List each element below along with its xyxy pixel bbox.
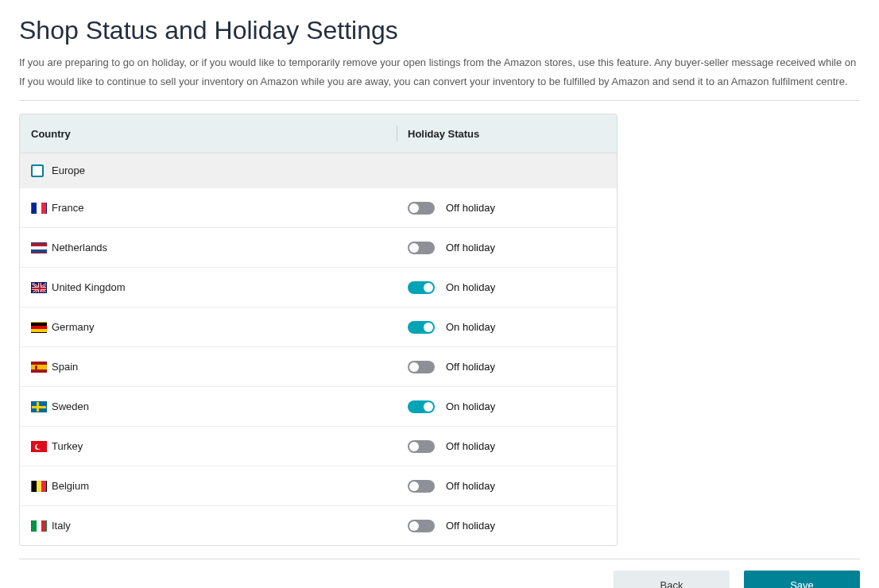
back-button[interactable]: Back xyxy=(614,571,730,588)
country-name: Netherlands xyxy=(52,242,107,253)
it-flag-icon xyxy=(31,520,47,532)
uk-flag-icon xyxy=(31,282,47,293)
footer-actions: Back Save xyxy=(19,571,860,588)
holiday-toggle[interactable] xyxy=(408,281,435,294)
holiday-status-text: On holiday xyxy=(446,321,495,333)
holiday-toggle[interactable] xyxy=(408,242,435,254)
table-row: GermanyOn holiday xyxy=(20,307,617,346)
region-row-europe: Europe xyxy=(20,153,617,188)
table-row: FranceOff holiday xyxy=(20,188,617,227)
holiday-status-text: Off holiday xyxy=(446,440,495,452)
table-row: SpainOff holiday xyxy=(20,346,617,386)
holiday-status-text: Off holiday xyxy=(446,361,495,373)
header-status: Holiday Status xyxy=(385,128,617,140)
holiday-status-text: Off holiday xyxy=(446,480,495,492)
country-name: France xyxy=(52,202,83,214)
region-checkbox[interactable] xyxy=(31,164,44,177)
country-name: Spain xyxy=(52,361,78,373)
holiday-toggle[interactable] xyxy=(408,321,435,334)
holiday-toggle[interactable] xyxy=(408,520,435,532)
holiday-settings-table: Country Holiday Status Europe FranceOff … xyxy=(19,114,618,546)
holiday-toggle[interactable] xyxy=(408,480,435,493)
country-name: Italy xyxy=(52,520,71,532)
be-flag-icon xyxy=(31,481,47,492)
fr-flag-icon xyxy=(31,203,47,214)
table-row: NetherlandsOff holiday xyxy=(20,227,617,267)
save-button[interactable]: Save xyxy=(744,571,860,588)
page-title: Shop Status and Holiday Settings xyxy=(19,16,860,45)
country-name: Turkey xyxy=(52,440,83,452)
holiday-status-text: Off holiday xyxy=(446,520,495,532)
holiday-toggle[interactable] xyxy=(408,361,435,373)
holiday-status-text: On holiday xyxy=(446,281,495,293)
country-name: United Kingdom xyxy=(52,281,126,293)
country-name: Sweden xyxy=(52,400,89,412)
nl-flag-icon xyxy=(31,242,47,253)
holiday-status-text: On holiday xyxy=(446,400,495,412)
header-country: Country xyxy=(20,128,385,140)
table-row: ItalyOff holiday xyxy=(20,505,617,545)
divider xyxy=(19,100,860,101)
de-flag-icon xyxy=(31,322,47,333)
holiday-toggle[interactable] xyxy=(408,440,435,453)
intro-text-1: If you are preparing to go on holiday, o… xyxy=(19,55,860,71)
holiday-status-text: Off holiday xyxy=(446,242,495,253)
table-row: SwedenOn holiday xyxy=(20,386,617,426)
country-name: Germany xyxy=(52,321,94,333)
holiday-status-text: Off holiday xyxy=(446,202,495,214)
intro-text-2: If you would like to continue to sell yo… xyxy=(19,74,860,90)
holiday-toggle[interactable] xyxy=(408,400,435,413)
region-label: Europe xyxy=(52,164,85,176)
table-row: United KingdomOn holiday xyxy=(20,267,617,307)
se-flag-icon xyxy=(31,401,47,412)
holiday-toggle[interactable] xyxy=(408,202,435,215)
tr-flag-icon xyxy=(31,441,47,452)
table-row: TurkeyOff holiday xyxy=(20,426,617,466)
table-header: Country Holiday Status xyxy=(20,114,617,153)
table-row: BelgiumOff holiday xyxy=(20,466,617,505)
footer-divider xyxy=(19,559,860,559)
es-flag-icon xyxy=(31,362,47,373)
country-name: Belgium xyxy=(52,480,89,492)
